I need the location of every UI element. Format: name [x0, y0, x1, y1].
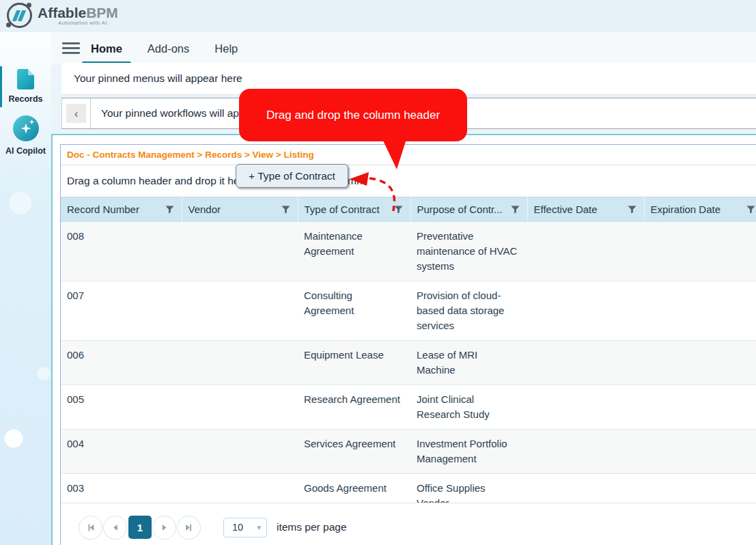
breadcrumb[interactable]: Doc - Contracts Management > Records > V… — [61, 145, 756, 165]
filter-icon[interactable] — [281, 205, 290, 216]
cell-purpose: Preventative maintenance of HVAC systems — [410, 222, 527, 281]
cell-record-number: 007 — [61, 281, 182, 340]
filter-icon[interactable] — [165, 205, 174, 216]
brand-logo-icon — [7, 3, 32, 28]
cell-effective-date — [527, 385, 644, 429]
sidebar-item-ai-copilot[interactable]: AI Copilot — [0, 115, 51, 159]
drag-drop-callout: Drag and drop the column header — [239, 89, 467, 141]
chevron-down-icon: ▾ — [257, 523, 261, 532]
brand-logo[interactable]: AffableBPM Automation with AI — [7, 3, 118, 28]
table-row[interactable]: 004 Services Agreement Investment Portfo… — [61, 429, 756, 473]
column-label: Expiration Date — [651, 204, 721, 215]
table-row[interactable]: 006 Equipment Lease Lease of MRI Machine — [61, 340, 756, 385]
filter-icon[interactable] — [394, 205, 403, 216]
app-window: AffableBPM Automation with AI Records AI… — [0, 0, 756, 545]
next-page-button[interactable] — [152, 516, 176, 540]
brand-name-secondary: BPM — [86, 5, 118, 20]
sidebar-item-label: Records — [8, 94, 42, 104]
table-row[interactable]: 008 Maintenance Agreement Preventative m… — [61, 222, 756, 281]
column-label: Record Number — [67, 204, 139, 215]
filter-icon[interactable] — [511, 205, 520, 216]
page-size-value: 10 — [232, 522, 243, 533]
cell-effective-date — [527, 340, 644, 385]
column-label: Purpose of Contr... — [417, 204, 503, 215]
dragged-column-chip[interactable]: + Type of Contract — [236, 164, 348, 188]
cell-purpose: Lease of MRI Machine — [410, 340, 527, 385]
collapse-left-icon[interactable]: ‹ — [66, 104, 86, 123]
first-page-button[interactable] — [79, 516, 102, 540]
cell-expiration-date — [644, 340, 756, 385]
cell-record-number: 005 — [61, 385, 182, 429]
cell-purpose: Provision of cloud-based data storage se… — [410, 281, 527, 340]
pinned-menus-placeholder: Your pinned menus will appear here — [74, 72, 242, 85]
brand-tagline: Automation with AI — [58, 20, 118, 26]
table-row[interactable]: 007 Consulting Agreement Provision of cl… — [61, 281, 756, 340]
records-table: Record Number Vendor Type of Contract Pu… — [61, 197, 756, 518]
cell-effective-date — [527, 429, 644, 473]
cell-effective-date — [527, 222, 644, 281]
column-header-vendor[interactable]: Vendor — [182, 197, 298, 222]
table-row[interactable]: 005 Research Agreement Joint Clinical Re… — [61, 385, 756, 429]
sidebar: Records AI Copilot — [0, 32, 51, 545]
dragged-column-label: + Type of Contract — [249, 170, 335, 182]
brand-name-primary: Affable — [38, 5, 86, 20]
cell-type-of-contract: Maintenance Agreement — [298, 222, 410, 281]
filter-icon[interactable] — [746, 205, 755, 216]
cell-type-of-contract: Services Agreement — [298, 429, 410, 473]
cell-vendor — [182, 222, 298, 281]
cell-expiration-date — [644, 222, 756, 281]
previous-page-button[interactable] — [103, 516, 127, 540]
page-size-select[interactable]: 10 ▾ — [223, 518, 267, 537]
cell-purpose: Joint Clinical Research Study — [410, 385, 527, 429]
column-header-purpose-of-contract[interactable]: Purpose of Contr... — [410, 197, 527, 222]
nav-tabs: Home Add-ons Help — [91, 32, 238, 65]
top-nav: Home Add-ons Help — [51, 32, 756, 65]
column-header-effective-date[interactable]: Effective Date — [527, 197, 644, 222]
cell-expiration-date — [644, 281, 756, 340]
column-header-record-number[interactable]: Record Number — [61, 197, 182, 222]
column-label: Vendor — [188, 204, 221, 215]
ai-copilot-sparkles-icon — [13, 115, 39, 141]
cell-vendor — [182, 281, 298, 340]
callout-text: Drag and drop the column header — [266, 109, 440, 122]
group-by-drop-area[interactable]: Drag a column header and drop it here to… — [61, 165, 756, 197]
cell-expiration-date — [644, 385, 756, 429]
last-page-button[interactable] — [177, 516, 201, 540]
callout-tail — [382, 139, 406, 169]
cell-type-of-contract: Equipment Lease — [298, 340, 410, 385]
table-header-row: Record Number Vendor Type of Contract Pu… — [61, 197, 756, 222]
records-listing-card: Doc - Contracts Management > Records > V… — [60, 144, 756, 545]
cell-purpose: Investment Portfolio Management — [410, 429, 527, 473]
tab-home[interactable]: Home — [91, 42, 122, 55]
divider — [90, 98, 91, 128]
cell-record-number: 008 — [61, 222, 182, 281]
cell-record-number: 004 — [61, 429, 182, 473]
column-label: Effective Date — [534, 204, 598, 215]
cell-vendor — [182, 340, 298, 385]
tab-add-ons[interactable]: Add-ons — [148, 42, 189, 55]
cell-type-of-contract: Research Agreement — [298, 385, 410, 429]
pagination-bar: 1 10 ▾ items per page — [61, 503, 756, 545]
cell-vendor — [182, 385, 298, 429]
cell-effective-date — [527, 281, 644, 340]
sidebar-item-label: AI Copilot — [5, 146, 46, 156]
tab-help[interactable]: Help — [214, 42, 238, 55]
brand-text: AffableBPM Automation with AI — [38, 5, 118, 26]
filter-icon[interactable] — [628, 205, 636, 216]
column-label: Type of Contract — [305, 204, 380, 215]
items-per-page-label: items per page — [277, 521, 347, 533]
cell-vendor — [182, 429, 298, 473]
column-header-type-of-contract[interactable]: Type of Contract — [298, 197, 410, 222]
sidebar-item-records[interactable]: Records — [0, 66, 51, 107]
records-document-icon — [17, 69, 34, 89]
cell-type-of-contract: Consulting Agreement — [298, 281, 410, 340]
column-header-expiration-date[interactable]: Expiration Date — [644, 197, 756, 222]
current-page-button[interactable]: 1 — [128, 516, 152, 539]
cell-record-number: 006 — [61, 340, 182, 385]
menu-hamburger-icon[interactable] — [62, 42, 80, 55]
cell-expiration-date — [644, 429, 756, 473]
app-header: AffableBPM Automation with AI — [0, 0, 756, 32]
